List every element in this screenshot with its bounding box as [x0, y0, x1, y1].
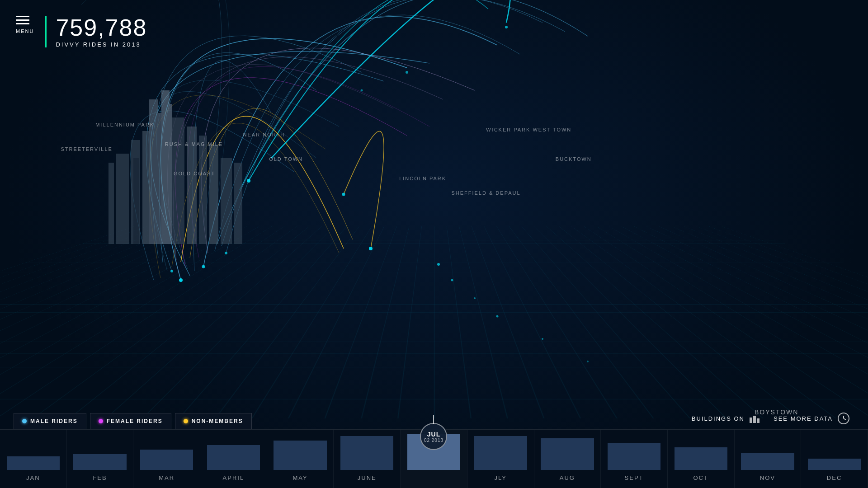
active-month-indicator: JUL 02 2013: [420, 423, 447, 450]
ride-count: 759,788: [56, 16, 147, 39]
month-label-jan: JAN: [26, 474, 40, 488]
month-dec[interactable]: DEC: [801, 430, 868, 488]
month-label-dec: DEC: [827, 474, 842, 488]
male-riders-label: MALE RIDERS: [30, 418, 78, 424]
svg-point-15: [361, 89, 363, 92]
month-bar-may: [274, 441, 326, 470]
legend-male-riders[interactable]: MALE RIDERS: [14, 413, 86, 429]
svg-rect-29: [108, 163, 114, 244]
month-label-sept: SEPT: [625, 474, 644, 488]
menu-icon-line1: [16, 16, 29, 17]
label-sheffield-depaul: SHEFFIELD & DEPAUL: [451, 190, 520, 196]
svg-point-13: [406, 71, 408, 74]
timeline[interactable]: JAN FEB MAR APRIL MAY JUNE JUL 02 2013 J…: [0, 429, 868, 488]
menu-icon-line2: [16, 19, 29, 21]
month-oct[interactable]: OCT: [668, 430, 735, 488]
non-members-label: NON-MEMBERS: [192, 418, 243, 424]
header: MENU 759,788 DIVVY RIDES IN 2013: [14, 14, 147, 48]
svg-point-14: [505, 26, 508, 28]
header-divider: [45, 16, 47, 47]
month-label-oct: OCT: [693, 474, 708, 488]
month-bar-dec: [808, 459, 861, 470]
month-bar-sept: [608, 443, 660, 470]
svg-rect-31: [149, 99, 158, 244]
month-feb[interactable]: FEB: [67, 430, 134, 488]
month-label-june: JUNE: [358, 474, 377, 488]
month-june[interactable]: JUNE: [334, 430, 401, 488]
label-millennium-park: MILLENNIUM PARK: [95, 122, 154, 127]
legend-bar: MALE RIDERS FEMALE RIDERS NON-MEMBERS: [14, 413, 252, 429]
female-riders-label: FEMALE RIDERS: [107, 418, 163, 424]
month-bar-jly: [474, 436, 527, 470]
label-bucktown: BUCKTOWN: [556, 156, 592, 162]
label-near-north: NEAR NORTH: [243, 132, 285, 137]
svg-rect-32: [161, 90, 170, 244]
svg-rect-33: [750, 418, 752, 423]
active-month-date: 02 2013: [424, 438, 443, 443]
month-label-nov: NOV: [760, 474, 775, 488]
label-old-town: OLD TOWN: [269, 156, 303, 162]
month-bar-june: [340, 436, 393, 470]
active-month-name: JUL: [427, 431, 440, 438]
month-label-may: MAY: [292, 474, 307, 488]
month-bar-aug: [541, 438, 594, 470]
svg-rect-25: [158, 113, 165, 244]
month-label-april: APRIL: [223, 474, 245, 488]
month-bar-feb: [73, 454, 126, 470]
label-lincoln-park: LINCOLN PARK: [399, 176, 446, 181]
grid-overlay: [0, 226, 868, 418]
svg-point-4: [247, 179, 250, 183]
male-riders-dot: [22, 419, 27, 423]
legend-non-members[interactable]: NON-MEMBERS: [175, 413, 252, 429]
month-april[interactable]: APRIL: [200, 430, 267, 488]
month-sept[interactable]: SEPT: [601, 430, 668, 488]
label-rush-mag: RUSH & MAG MILE: [165, 141, 223, 147]
month-label-mar: MAR: [159, 474, 175, 488]
legend-female-riders[interactable]: FEMALE RIDERS: [90, 413, 171, 429]
ride-subtitle: DIVVY RIDES IN 2013: [56, 41, 147, 48]
month-jul[interactable]: JUL 02 2013 JUL: [401, 430, 467, 488]
female-riders-dot: [99, 419, 103, 423]
timeline-needle: [433, 415, 434, 424]
buildings-toggle[interactable]: BUILDINGS ON: [692, 414, 760, 423]
svg-rect-20: [172, 117, 184, 244]
see-more-data-label: SEE MORE DATA: [774, 415, 833, 422]
month-bar-april: [207, 445, 260, 470]
month-jly[interactable]: JLY: [467, 430, 534, 488]
svg-rect-19: [156, 122, 170, 244]
menu-icon-line3: [16, 23, 29, 24]
month-mar[interactable]: MAR: [133, 430, 200, 488]
label-wicker-park: WICKER PARK WEST TOWN: [486, 127, 571, 132]
menu-button[interactable]: MENU: [14, 14, 36, 36]
svg-rect-35: [757, 418, 760, 423]
buildings-label: BUILDINGS ON: [692, 415, 745, 422]
buildings-icon: [749, 414, 760, 423]
non-members-dot: [184, 419, 188, 423]
svg-rect-34: [753, 416, 756, 423]
month-label-jul: JUL: [427, 474, 440, 488]
month-bar-mar: [140, 450, 193, 470]
label-gold-coast: GOLD COAST: [174, 171, 215, 176]
month-bar-oct: [675, 447, 727, 470]
menu-label: MENU: [16, 28, 34, 34]
month-label-jly: JLY: [494, 474, 506, 488]
month-jan[interactable]: JAN: [0, 430, 67, 488]
see-more-data-btn[interactable]: SEE MORE DATA: [774, 412, 850, 425]
stats-section: 759,788 DIVVY RIDES IN 2013: [56, 16, 147, 48]
label-streeterville: STREETERVILLE: [61, 146, 112, 152]
month-may[interactable]: MAY: [267, 430, 334, 488]
month-label-feb: FEB: [93, 474, 107, 488]
month-label-aug: AUG: [560, 474, 575, 488]
month-aug[interactable]: AUG: [534, 430, 601, 488]
svg-point-5: [342, 193, 345, 196]
svg-rect-26: [167, 104, 172, 244]
month-bar-nov: [741, 453, 794, 470]
clock-icon: [837, 412, 850, 425]
month-bar-jan: [7, 456, 60, 470]
right-controls: BUILDINGS ON SEE MORE DATA: [692, 412, 850, 425]
month-nov[interactable]: NOV: [735, 430, 802, 488]
